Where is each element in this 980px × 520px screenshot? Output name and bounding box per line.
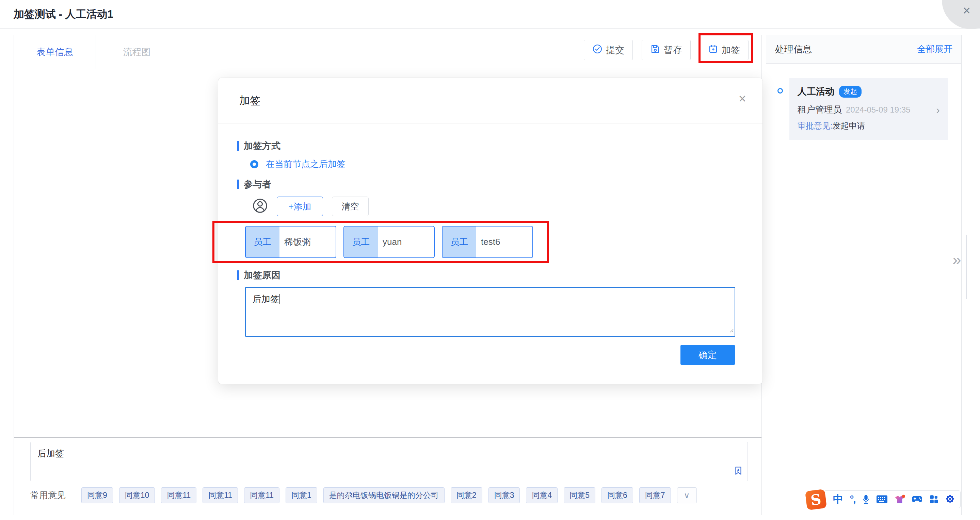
add-participant-button[interactable]: +添加 (277, 197, 323, 216)
comment-input[interactable]: 后加签 (30, 442, 748, 481)
tab-form-info[interactable]: 表单信息 (14, 35, 96, 69)
common-opinion-button[interactable]: 同意4 (526, 487, 558, 503)
addsign-modal: 加签 × 加签方式 在当前节点之后加签 参与者 +添加 清空 员工 稀饭粥 员工… (218, 78, 762, 384)
method-radio-option[interactable]: 在当前节点之后加签 (250, 158, 345, 170)
method-option-label: 在当前节点之后加签 (266, 158, 345, 170)
process-node-name: 人工活动 (797, 86, 834, 98)
text-caret (280, 294, 280, 304)
tab-flowchart-label: 流程图 (123, 46, 151, 58)
ime-settings-icon[interactable] (945, 495, 955, 504)
status-badge: 发起 (839, 86, 862, 98)
tab-flowchart[interactable]: 流程图 (96, 35, 178, 69)
modal-body: 加签方式 在当前节点之后加签 参与者 +添加 清空 员工 稀饭粥 员工 yuan… (218, 124, 762, 384)
ime-chinese-mode-icon[interactable]: 中 (833, 493, 843, 506)
process-panel-title: 处理信息 (775, 43, 812, 55)
common-opinion-button[interactable]: 同意5 (564, 487, 595, 503)
gamepad-icon[interactable] (912, 495, 923, 503)
participants-list: 员工 稀饭粥 员工 yuan 员工 test6 (245, 226, 533, 258)
apps-grid-icon[interactable] (929, 495, 939, 504)
tab-form-info-label: 表单信息 (37, 46, 73, 58)
sogou-logo[interactable]: S (805, 489, 827, 510)
ime-toolbar: 中 °, (824, 490, 961, 508)
opinion-label: 审批意见: (797, 121, 833, 130)
participant-type-tag: 员工 (246, 227, 280, 257)
modal-header: 加签 × (218, 78, 762, 124)
close-icon[interactable]: × (963, 3, 970, 18)
common-opinions-row: 常用意见 同意9 同意10 同意11 同意11 同意11 同意1 是的尕电饭锅电… (30, 487, 697, 503)
resize-grip-icon[interactable] (729, 325, 733, 335)
common-opinions-label: 常用意见 (30, 489, 66, 501)
participant-card[interactable]: 员工 yuan (344, 226, 435, 258)
clear-participants-button[interactable]: 清空 (332, 197, 369, 216)
reason-text: 后加签 (253, 294, 279, 304)
common-opinion-button[interactable]: 同意10 (119, 487, 155, 503)
window-titlebar: 加签测试 - 人工活动1 (0, 0, 980, 29)
method-section-label: 加签方式 (237, 140, 280, 152)
skin-tshirt-icon[interactable] (894, 495, 905, 504)
expand-all-link[interactable]: 全部展开 (917, 43, 953, 55)
calendar-plus-icon (708, 44, 718, 57)
process-panel-header: 处理信息 全部展开 (766, 35, 961, 63)
tab-bar: 表单信息 流程图 提交 暂存 加签 (14, 35, 762, 69)
participant-name: test6 (476, 227, 532, 257)
process-item-card[interactable]: 人工活动 发起 租户管理员 2024-05-09 19:35 › 审批意见:发起… (789, 78, 948, 140)
action-toolbar: 提交 暂存 加签 (584, 40, 749, 60)
submit-label: 提交 (606, 44, 624, 56)
ime-punctuation-icon[interactable]: °, (850, 493, 855, 505)
participant-card[interactable]: 员工 稀饭粥 (245, 226, 336, 258)
common-opinion-button[interactable]: 同意9 (81, 487, 113, 503)
addsign-label: 加签 (722, 44, 740, 56)
microphone-icon[interactable] (862, 495, 870, 504)
process-user: 租户管理员 (797, 104, 842, 116)
participant-type-tag: 员工 (442, 227, 476, 257)
opinion-value: 发起申请 (833, 121, 865, 130)
reason-section-label: 加签原因 (237, 269, 280, 281)
common-opinion-button[interactable]: 同意3 (488, 487, 520, 503)
common-opinion-button[interactable]: 同意11 (161, 487, 196, 503)
collapse-panel-icon[interactable]: » (953, 250, 961, 269)
check-circle-icon (592, 44, 603, 57)
splitter-line (966, 235, 967, 299)
process-panel: 处理信息 全部展开 人工活动 发起 租户管理员 2024-05-09 19:35… (766, 35, 962, 515)
user-avatar-icon (252, 198, 268, 215)
common-opinion-button[interactable]: 同意7 (639, 487, 671, 503)
participant-type-tag: 员工 (344, 227, 378, 257)
common-opinion-button[interactable]: 同意6 (601, 487, 633, 503)
participant-name: yuan (378, 227, 434, 257)
reason-textarea[interactable]: 后加签 (245, 287, 735, 337)
stash-label: 暂存 (664, 44, 682, 56)
comment-text: 后加签 (37, 448, 64, 458)
bookmark-star-icon[interactable] (733, 466, 743, 478)
submit-button[interactable]: 提交 (584, 40, 633, 60)
chevron-down-icon[interactable]: ∨ (677, 487, 697, 503)
participants-section-label: 参与者 (237, 178, 271, 190)
process-time: 2024-05-09 19:35 (846, 105, 910, 115)
chevron-right-icon[interactable]: › (936, 106, 940, 113)
participant-name: 稀饭粥 (280, 227, 336, 257)
keyboard-icon[interactable] (877, 495, 888, 503)
stash-button[interactable]: 暂存 (642, 40, 690, 60)
common-opinion-button[interactable]: 同意1 (286, 487, 317, 503)
addsign-button[interactable]: 加签 (700, 40, 749, 60)
modal-title: 加签 (239, 94, 260, 108)
timeline-dot-icon (778, 88, 783, 94)
participant-card[interactable]: 员工 test6 (442, 226, 533, 258)
window-title: 加签测试 - 人工活动1 (14, 0, 113, 28)
common-opinion-button[interactable]: 是的尕电饭锅电饭锅是的分公司 (323, 487, 445, 503)
radio-selected-icon[interactable] (250, 160, 258, 168)
confirm-button[interactable]: 确定 (681, 345, 735, 365)
save-icon (650, 44, 660, 57)
participants-controls: +添加 清空 (252, 196, 369, 217)
common-opinion-button[interactable]: 同意2 (451, 487, 482, 503)
bottom-divider (14, 438, 762, 438)
common-opinion-button[interactable]: 同意11 (202, 487, 238, 503)
common-opinion-button[interactable]: 同意11 (244, 487, 280, 503)
modal-close-icon[interactable]: × (739, 92, 746, 106)
